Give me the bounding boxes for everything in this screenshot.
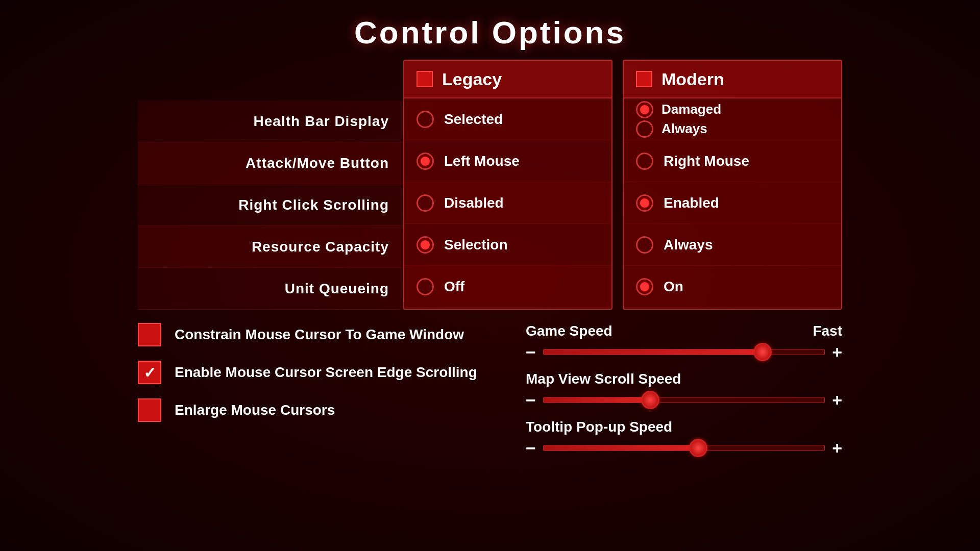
- map-scroll-track[interactable]: [543, 397, 825, 403]
- modern-header: Modern: [624, 61, 841, 98]
- modern-health-cell: Damaged Always: [624, 98, 841, 140]
- tooltip-speed-track[interactable]: [543, 445, 825, 451]
- modern-unit-label: On: [664, 279, 683, 295]
- modern-health-damaged-radio[interactable]: [636, 101, 653, 118]
- modern-health-always-label: Always: [662, 121, 707, 137]
- legacy-health-label: Selected: [444, 111, 503, 128]
- tooltip-speed-controls: − +: [526, 439, 842, 457]
- modern-attack-radio[interactable]: [636, 153, 653, 170]
- game-speed-plus[interactable]: +: [832, 343, 842, 361]
- tooltip-speed-fill: [544, 445, 698, 450]
- modern-checkbox[interactable]: [636, 71, 652, 87]
- legacy-title: Legacy: [442, 69, 502, 89]
- checkbox-screen-edge[interactable]: Enable Mouse Cursor Screen Edge Scrollin…: [138, 361, 495, 384]
- modern-rightclick-radio[interactable]: [636, 194, 653, 212]
- legacy-checkbox[interactable]: [416, 71, 433, 87]
- modern-unit-option[interactable]: On: [624, 266, 841, 308]
- modern-title: Modern: [662, 69, 724, 89]
- game-speed-label: Game Speed: [526, 323, 612, 339]
- tooltip-speed-minus[interactable]: −: [526, 439, 536, 457]
- game-speed-fill: [544, 349, 763, 355]
- label-unit-queueing: Unit Queueing: [138, 268, 403, 310]
- legacy-rightclick-option[interactable]: Disabled: [404, 182, 611, 224]
- modern-health-damaged-label: Damaged: [662, 102, 721, 117]
- constrain-label: Constrain Mouse Cursor To Game Window: [175, 327, 464, 343]
- map-scroll-group: Map View Scroll Speed − +: [526, 371, 842, 409]
- legacy-resource-label: Selection: [444, 237, 507, 253]
- legacy-resource-radio[interactable]: [416, 236, 434, 254]
- game-speed-track[interactable]: [543, 349, 825, 355]
- enlarge-checkbox[interactable]: [138, 398, 161, 422]
- label-attack-move: Attack/Move Button: [138, 142, 403, 184]
- game-speed-minus[interactable]: −: [526, 343, 536, 361]
- modern-resource-option[interactable]: Always: [624, 224, 841, 266]
- tooltip-speed-group: Tooltip Pop-up Speed − +: [526, 419, 842, 457]
- legacy-rightclick-label: Disabled: [444, 195, 504, 211]
- legacy-unit-label: Off: [444, 279, 464, 295]
- constrain-checkbox[interactable]: [138, 323, 161, 346]
- modern-health-always-radio[interactable]: [636, 120, 653, 138]
- modern-unit-radio[interactable]: [636, 278, 653, 295]
- label-right-click: Right Click Scrolling: [138, 184, 403, 226]
- map-scroll-controls: − +: [526, 391, 842, 409]
- checkbox-enlarge[interactable]: Enlarge Mouse Cursors: [138, 398, 495, 422]
- modern-health-always-row[interactable]: Always: [636, 120, 829, 138]
- modern-resource-radio[interactable]: [636, 236, 653, 254]
- modern-attack-option[interactable]: Right Mouse: [624, 140, 841, 182]
- legacy-header: Legacy: [404, 61, 611, 98]
- legacy-rightclick-radio[interactable]: [416, 194, 434, 212]
- map-scroll-fill: [544, 397, 650, 403]
- map-scroll-minus[interactable]: −: [526, 391, 536, 409]
- tooltip-speed-thumb[interactable]: [689, 439, 707, 457]
- modern-rightclick-option[interactable]: Enabled: [624, 182, 841, 224]
- legacy-health-option[interactable]: Selected: [404, 98, 611, 140]
- legacy-unit-radio[interactable]: [416, 278, 434, 295]
- labels-column: Health Bar Display Attack/Move Button Ri…: [138, 60, 403, 310]
- label-health-bar: Health Bar Display: [138, 101, 403, 142]
- screen-edge-checkbox[interactable]: [138, 361, 161, 384]
- legacy-attack-option[interactable]: Left Mouse: [404, 140, 611, 182]
- screen-edge-label: Enable Mouse Cursor Screen Edge Scrollin…: [175, 364, 477, 381]
- legacy-attack-label: Left Mouse: [444, 153, 520, 169]
- game-speed-value: Fast: [813, 323, 842, 339]
- game-speed-controls: − +: [526, 343, 842, 361]
- modern-column: Modern Damaged Always Right Mouse: [623, 60, 842, 310]
- game-speed-group: Game Speed Fast − +: [526, 323, 842, 361]
- map-scroll-plus[interactable]: +: [832, 391, 842, 409]
- legacy-health-radio[interactable]: [416, 111, 434, 128]
- modern-rightclick-label: Enabled: [664, 195, 719, 211]
- tooltip-speed-plus[interactable]: +: [832, 439, 842, 457]
- modern-attack-label: Right Mouse: [664, 153, 749, 169]
- checkbox-constrain[interactable]: Constrain Mouse Cursor To Game Window: [138, 323, 495, 346]
- modern-health-damaged-row[interactable]: Damaged: [636, 101, 829, 118]
- page-title: Control Options: [0, 0, 980, 60]
- legacy-unit-option[interactable]: Off: [404, 266, 611, 308]
- legacy-resource-option[interactable]: Selection: [404, 224, 611, 266]
- map-scroll-label: Map View Scroll Speed: [526, 371, 681, 387]
- checkboxes-column: Constrain Mouse Cursor To Game Window En…: [138, 323, 495, 457]
- enlarge-label: Enlarge Mouse Cursors: [175, 402, 335, 418]
- legacy-attack-radio[interactable]: [416, 153, 434, 170]
- game-speed-thumb[interactable]: [753, 343, 772, 361]
- sliders-column: Game Speed Fast − + Map View Scroll Spee…: [526, 323, 842, 457]
- tooltip-speed-label: Tooltip Pop-up Speed: [526, 419, 672, 435]
- map-scroll-thumb[interactable]: [641, 391, 659, 409]
- label-resource: Resource Capacity: [138, 226, 403, 268]
- legacy-column: Legacy Selected Left Mouse Disabled Sele…: [403, 60, 612, 310]
- modern-resource-label: Always: [664, 237, 713, 253]
